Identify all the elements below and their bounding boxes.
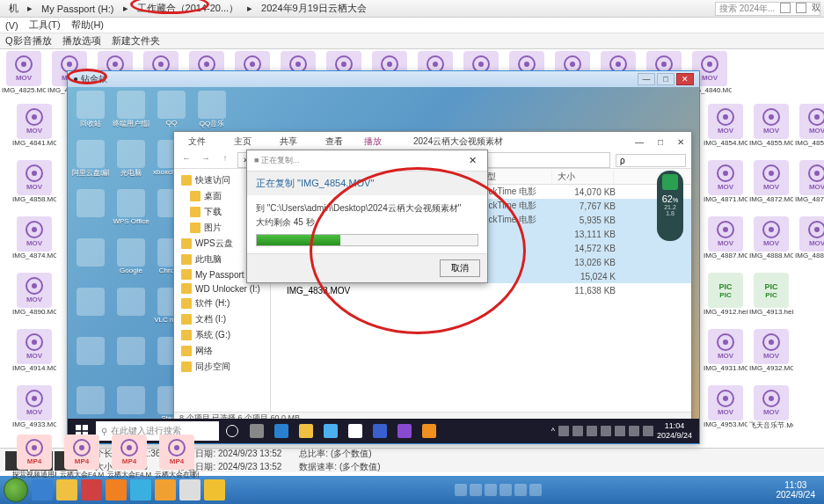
sidebar-item[interactable]: WD Unlocker (I:) [174, 281, 270, 296]
tray-icon[interactable] [615, 426, 625, 436]
desktop-icon[interactable] [71, 238, 110, 286]
file-row[interactable]: IMG_4833.MOV11,638 KB [271, 283, 691, 297]
desktop-icon[interactable]: 光电脑 [112, 140, 150, 187]
tab-view[interactable]: 查看 [318, 134, 350, 150]
sidebar-item[interactable]: 软件 (H:) [174, 296, 270, 311]
file-tile[interactable]: PICPIC IMG_4912.heic [704, 273, 747, 324]
desktop-icon[interactable] [112, 337, 150, 384]
desktop-icon[interactable] [71, 337, 110, 384]
inner-search-input[interactable]: ρ [616, 154, 686, 167]
tb-app2[interactable] [344, 420, 367, 442]
tb-app4[interactable] [393, 420, 416, 442]
win7-clock[interactable]: 11:03 2024/9/24 [771, 480, 821, 500]
inner-min[interactable]: — [635, 137, 644, 147]
file-tile[interactable]: MOV IMG_4914.MOV [12, 329, 56, 380]
file-tile[interactable]: PICPIC IMG_4913.heic [749, 273, 793, 324]
tab-file[interactable]: 文件 [181, 134, 213, 150]
file-tile[interactable]: MOV IMG_4825.MOV [2, 51, 46, 102]
crumb-2[interactable]: 工作藏合（2014-20...） [132, 0, 244, 17]
desktop-icon[interactable]: Google [112, 238, 150, 286]
tray-up-icon[interactable]: ^ [551, 427, 555, 435]
file-tile[interactable]: MOV IMG_4874.MOV [12, 216, 56, 267]
file-tile[interactable]: MOV IMG_4932.MOV [749, 329, 793, 380]
file-tile[interactable]: MOV IMG_4953.MOV [704, 385, 747, 436]
file-tile[interactable]: MOV IMG_4890.MOV [12, 273, 56, 324]
desktop-icon[interactable]: WPS Office [112, 189, 150, 237]
win10-clock[interactable]: 11:04 2024/9/24 [657, 421, 692, 441]
tab-share[interactable]: 共享 [273, 134, 304, 150]
file-tile[interactable]: MOV IMG_4871.MOV [704, 160, 747, 211]
file-tile[interactable]: MOV 飞天音乐节.MOV [749, 385, 793, 436]
tab-play[interactable]: 播放 [364, 135, 382, 148]
tb-cortana[interactable] [221, 420, 244, 442]
btn-c[interactable]: 双 [812, 2, 820, 14]
nav-fwd-icon[interactable]: → [199, 153, 213, 167]
menu-playopt[interactable]: 播放选项 [62, 34, 101, 47]
btn-b[interactable] [796, 3, 806, 13]
nested-max[interactable]: □ [657, 73, 675, 85]
desktop-icon[interactable]: 终端用户指南 [112, 91, 150, 138]
btn-a[interactable] [780, 3, 791, 13]
tray-volume-icon[interactable] [643, 426, 653, 436]
copy-dialog-titlebar[interactable]: ■ 正在复制... ✕ [247, 150, 487, 172]
menu-newfolder[interactable]: 新建文件夹 [112, 34, 160, 47]
menu-help[interactable]: 帮助(H) [71, 18, 104, 32]
tray-icon[interactable] [587, 426, 597, 436]
file-tile[interactable]: MOV IMG_4873.MOV [795, 160, 824, 211]
breadcrumb[interactable]: 机 ▸ My Passport (H:) ▸ 工作藏合（2014-20...） … [4, 0, 372, 17]
file-tile[interactable]: MP4 云栖大会F4.MP4 [60, 435, 104, 486]
copy-cancel-button[interactable]: 取消 [440, 259, 480, 277]
crumb-1[interactable]: My Passport (H:) [36, 2, 120, 16]
menu-tools[interactable]: 工具(T) [29, 18, 61, 32]
menu-view[interactable]: (V) [5, 20, 18, 31]
tray-icon[interactable] [558, 426, 569, 436]
security-widget[interactable]: 62% 21.2 1.8 [657, 171, 683, 241]
tray-icon[interactable] [470, 484, 482, 496]
file-tile[interactable]: MOV IMG_4931.MOV [704, 329, 747, 380]
nav-up-icon[interactable]: ↑ [218, 153, 232, 167]
nested-min[interactable]: — [638, 73, 655, 85]
tab-home[interactable]: 主页 [227, 134, 259, 150]
menu-qplay[interactable]: Q影音播放 [5, 34, 52, 47]
tb-app1[interactable] [319, 420, 342, 442]
tray-icon[interactable] [455, 484, 467, 496]
copy-close-button[interactable]: ✕ [464, 155, 480, 166]
file-tile[interactable]: MOV IMG_4841.MOV [12, 104, 56, 155]
tray-icon[interactable] [500, 484, 512, 496]
inner-max[interactable]: □ [658, 137, 663, 147]
file-tile[interactable]: MOV IMG_4888.MOV [749, 216, 793, 267]
sidebar-item[interactable]: 文档 (I:) [174, 311, 270, 327]
tray-icon[interactable] [514, 484, 527, 496]
sidebar-item[interactable]: 同步空间 [174, 359, 270, 375]
file-tile[interactable]: MOV IMG_4858.MOV [12, 160, 56, 211]
desktop-icon[interactable]: 回收站 [71, 91, 110, 138]
tray-icon[interactable] [572, 426, 583, 436]
file-tile[interactable]: MOV IMG_4933.MOV [12, 385, 56, 436]
tb-explorer[interactable] [295, 420, 317, 442]
tray-icon[interactable] [529, 484, 542, 496]
nested-titlebar[interactable]: ● 钻金款 — □ ✕ [68, 71, 699, 87]
file-tile[interactable]: MP4 探营视频通用横版完率版.MP4 [12, 435, 56, 486]
nested-close[interactable]: ✕ [676, 73, 694, 85]
tray-wifi-icon[interactable] [629, 426, 639, 436]
col-size[interactable]: 大小 [552, 171, 614, 183]
tb-app5[interactable] [418, 420, 441, 442]
file-tile[interactable]: MOV IMG_4855.MOV [749, 104, 793, 155]
file-tile[interactable]: MOV IMG_4887.MOV [704, 216, 747, 267]
nav-back-icon[interactable]: ← [179, 153, 193, 167]
file-tile[interactable]: MOV IMG_4889.MOV [795, 216, 824, 267]
tb-taskview[interactable] [245, 420, 268, 442]
sidebar-item[interactable]: 系统 (G:) [174, 327, 270, 343]
sidebar-item[interactable]: 网络 [174, 343, 270, 359]
tray-icon[interactable] [601, 426, 611, 436]
file-tile[interactable]: MOV IMG_4854.MOV [704, 104, 747, 155]
tb-edge[interactable] [270, 420, 293, 442]
inner-close[interactable]: ✕ [677, 137, 684, 147]
crumb-0[interactable]: 机 [4, 0, 24, 17]
file-tile[interactable]: MOV IMG_4872.MOV [749, 160, 793, 211]
tb-app[interactable] [204, 479, 225, 500]
desktop-icon[interactable] [71, 288, 110, 335]
file-tile[interactable]: MOV IMG_4857.MOV [795, 104, 824, 155]
desktop-icon[interactable] [71, 189, 110, 237]
file-tile[interactable]: MP4 云栖大会F4.MP4 [107, 435, 151, 486]
